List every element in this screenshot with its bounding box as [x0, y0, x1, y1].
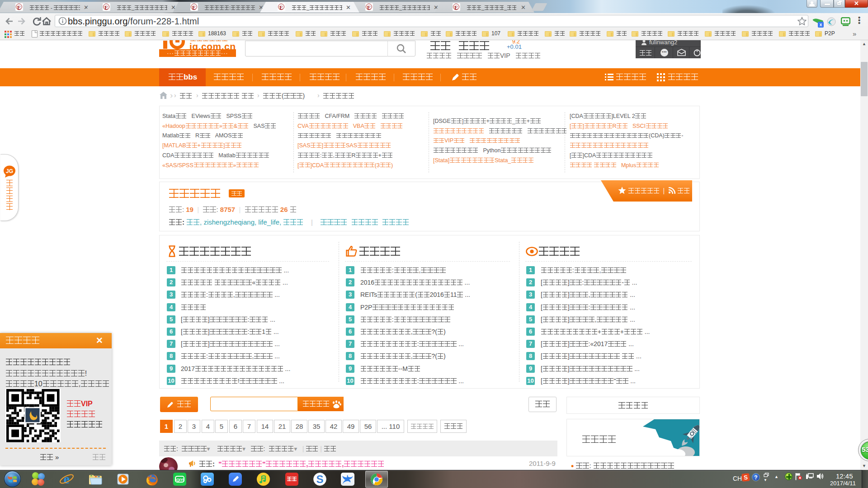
svg-text:JG: JG — [6, 168, 13, 174]
svg-text:x: x — [820, 22, 822, 27]
svg-text:iQIYI: iQIYI — [175, 478, 184, 482]
